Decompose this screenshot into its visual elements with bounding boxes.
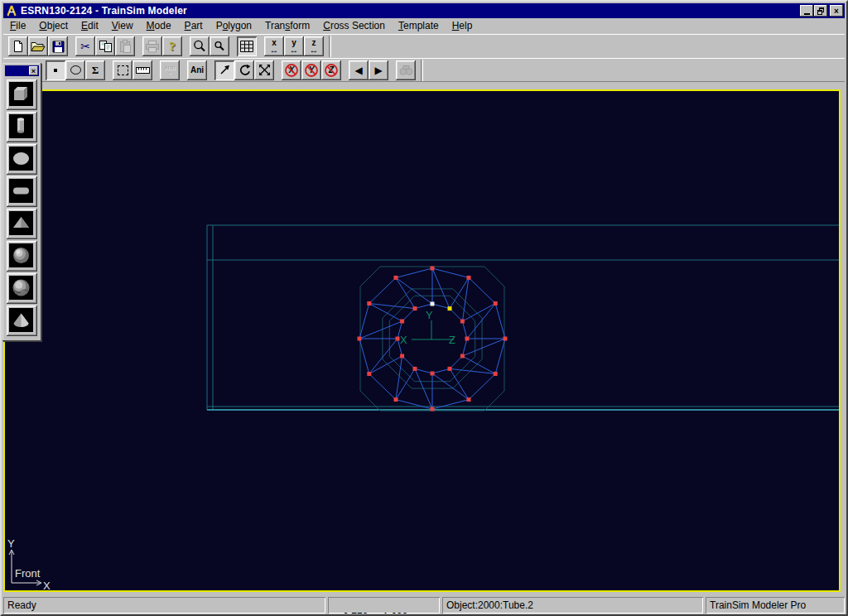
vertex-handle[interactable] (431, 267, 435, 271)
menu-polygon[interactable]: Polygon (210, 18, 258, 34)
vertex-handle[interactable] (413, 367, 417, 371)
menu-file[interactable]: File (3, 18, 32, 34)
menu-help[interactable]: Help (446, 18, 479, 34)
find-binoculars-icon (399, 65, 413, 75)
lock-x-button[interactable]: X (282, 60, 301, 80)
vertex-handle[interactable] (413, 306, 417, 310)
cut-button[interactable]: ✂ (75, 36, 95, 56)
y-axis-button[interactable]: y↔ (284, 36, 304, 56)
vertex-handle[interactable] (400, 354, 404, 359)
x-axis-button[interactable]: x↔ (264, 36, 284, 56)
menu-part[interactable]: Part (178, 18, 210, 34)
gizmo-z-label: Z (449, 334, 455, 346)
vertex-handle[interactable] (358, 337, 362, 341)
help-button[interactable]: ? (162, 36, 182, 56)
open-button[interactable] (28, 36, 48, 56)
vertex-handle[interactable] (467, 397, 471, 402)
rotate-icon (238, 64, 251, 76)
point-mode-button[interactable] (46, 60, 65, 80)
vertex-handle[interactable] (494, 372, 498, 376)
primitive-pyramid-button[interactable] (7, 209, 37, 239)
z-axis-button[interactable]: z↔ (304, 36, 324, 56)
vertex-handle[interactable] (431, 372, 435, 376)
gizmo-y-label: Y (426, 309, 433, 321)
axis-z-icon: z↔ (310, 40, 319, 53)
vertex-handle[interactable] (460, 320, 465, 324)
palette-titlebar[interactable]: × (5, 65, 39, 76)
lock-z-button[interactable]: Z (321, 60, 341, 80)
help-icon: ? (169, 40, 176, 54)
close-button[interactable]: × (830, 5, 843, 17)
viewport-orientation-label: Front (15, 567, 41, 580)
spline-mode-button[interactable]: Σ (85, 60, 105, 80)
vertex-handle[interactable] (465, 337, 470, 341)
vertex-handle[interactable] (431, 302, 435, 306)
vertex-handle[interactable] (448, 306, 452, 310)
trainsim-logo-icon (6, 5, 17, 17)
vertex-handle[interactable] (367, 301, 371, 306)
select-rect-button[interactable] (113, 60, 132, 80)
coordinate-x: 0.773 (343, 611, 368, 614)
palette-close-button[interactable]: × (29, 66, 38, 75)
primitive-geosphere-button[interactable] (7, 273, 37, 304)
save-button[interactable] (48, 36, 68, 56)
viewport-x-axis-label: X (43, 580, 51, 590)
new-button[interactable] (8, 36, 28, 56)
menu-cross-section[interactable]: Cross Section (316, 18, 392, 34)
new-document-icon (12, 40, 24, 53)
front-axis-indicator: YXFront (7, 537, 51, 590)
primitive-cone-button[interactable] (7, 306, 37, 336)
menu-object[interactable]: Object (32, 18, 75, 34)
menu-transform[interactable]: Transform (258, 18, 316, 34)
menu-view[interactable]: View (105, 18, 140, 34)
vertex-handle[interactable] (394, 276, 398, 280)
statusbar: Ready 0.773-1.033 Object:2000:Tube.2 Tra… (3, 594, 845, 616)
paste-button (115, 36, 135, 56)
lock-z-icon: Z (323, 62, 340, 79)
copy-button[interactable] (95, 36, 115, 56)
vertex-handle[interactable] (394, 397, 398, 402)
scale-mode-button[interactable] (254, 60, 274, 80)
menu-template[interactable]: Template (392, 18, 446, 34)
vertex-handle[interactable] (504, 337, 508, 341)
prev-button[interactable]: ◀ (349, 60, 369, 80)
primitive-sphere-button[interactable] (7, 241, 37, 272)
restore-button[interactable] (814, 5, 827, 17)
disc-icon (9, 147, 33, 171)
vertex-handle[interactable] (467, 276, 471, 280)
vertex-handle[interactable] (431, 407, 435, 411)
primitive-disc-button[interactable] (7, 144, 37, 175)
measure-button[interactable] (132, 60, 152, 80)
lock-x-icon: X (283, 62, 300, 79)
rotate-mode-button[interactable] (234, 60, 254, 80)
guide-lines (207, 225, 839, 410)
wireframe-canvas[interactable]: YXZYXFront (5, 91, 839, 590)
minimize-button[interactable] (800, 5, 813, 17)
zoom-out-button[interactable] (210, 36, 229, 56)
lock-y-button[interactable]: Y (301, 60, 321, 80)
move-mode-button[interactable] (214, 60, 234, 80)
vertex-handle[interactable] (396, 337, 400, 341)
next-button[interactable]: ▶ (369, 60, 388, 80)
zoom-in-button[interactable] (190, 36, 210, 56)
print-button (142, 36, 162, 56)
grid-toggle-button[interactable] (237, 36, 257, 56)
save-floppy-icon (52, 41, 65, 53)
minimize-icon (804, 13, 810, 15)
prev-icon: ◀ (354, 65, 362, 75)
vertex-handle[interactable] (494, 301, 498, 306)
primitive-box-button[interactable] (7, 79, 37, 110)
axis-x-icon: x↔ (270, 40, 279, 53)
vertex-handle[interactable] (460, 354, 465, 359)
animate-button[interactable]: Ani (187, 60, 207, 80)
vertex-handle[interactable] (448, 367, 452, 371)
vertex-handle[interactable] (400, 320, 404, 324)
menu-edit[interactable]: Edit (75, 18, 105, 34)
primitive-capsule-button[interactable] (7, 176, 37, 207)
primitive-cylinder-button[interactable] (7, 112, 37, 142)
menu-mode[interactable]: Mode (140, 18, 178, 34)
toolbar-separator (329, 36, 331, 57)
ellipse-mode-button[interactable] (65, 60, 85, 80)
vertex-handle[interactable] (367, 372, 371, 376)
front-viewport[interactable]: YXZYXFront (3, 89, 841, 592)
